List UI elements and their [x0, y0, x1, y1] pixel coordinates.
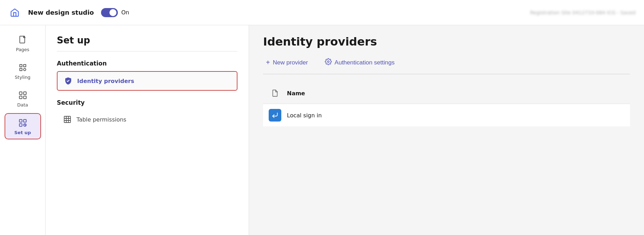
svg-rect-7: [19, 124, 22, 126]
svg-rect-2: [24, 92, 26, 95]
content-title: Identity providers: [263, 35, 630, 48]
sidebar-item-pages-label: Pages: [16, 47, 29, 52]
toggle-label: On: [121, 9, 129, 16]
svg-rect-4: [24, 96, 26, 99]
app-title: New design studio: [28, 9, 94, 16]
topbar: New design studio On Registration Site 0…: [0, 0, 644, 25]
table-header-icon: [269, 87, 281, 99]
shield-icon: [63, 76, 73, 86]
table-icon: [62, 115, 72, 124]
home-icon[interactable]: [8, 6, 21, 19]
gear-icon: [325, 58, 332, 67]
setup-panel: Set up Authentication Identity providers…: [46, 25, 249, 235]
sidebar-item-setup[interactable]: Set up: [5, 114, 40, 139]
sidebar-item-data[interactable]: Data: [5, 86, 40, 111]
table-row[interactable]: Local sign in: [263, 104, 630, 126]
svg-rect-5: [19, 119, 22, 122]
svg-rect-0: [20, 36, 25, 43]
action-bar: + New provider Authentication settings: [263, 57, 630, 74]
new-provider-button[interactable]: + New provider: [263, 57, 311, 68]
security-section-header: Security: [57, 99, 237, 106]
sidebar-item-data-label: Data: [17, 102, 28, 108]
sidebar-item-setup-label: Set up: [14, 130, 31, 135]
sidebar-item-styling[interactable]: Styling: [5, 58, 40, 83]
content-panel: Identity providers + New provider Authen…: [249, 25, 644, 235]
authentication-section-header: Authentication: [57, 60, 237, 67]
table-header: Name: [263, 83, 630, 104]
security-section: Security Table permissions: [57, 99, 237, 129]
design-studio-toggle[interactable]: [101, 8, 118, 17]
nav-item-identity-providers[interactable]: Identity providers: [57, 71, 237, 91]
authentication-settings-label: Authentication settings: [335, 59, 395, 66]
styling-icon: [17, 62, 28, 73]
nav-item-table-permissions[interactable]: Table permissions: [57, 110, 237, 129]
svg-rect-9: [64, 116, 71, 123]
pages-icon: [17, 34, 28, 46]
toggle-thumb: [109, 9, 116, 16]
setup-panel-title: Set up: [57, 35, 237, 51]
plus-icon: +: [266, 58, 270, 67]
sidebar-item-styling-label: Styling: [15, 75, 31, 80]
table-header-name: Name: [287, 90, 305, 97]
icon-sidebar: Pages Styling Da: [0, 25, 46, 235]
sidebar-item-pages[interactable]: Pages: [5, 31, 40, 56]
svg-rect-1: [19, 92, 22, 95]
main-area: Pages Styling Da: [0, 25, 644, 235]
new-provider-label: New provider: [273, 59, 308, 66]
local-sign-in-label: Local sign in: [287, 112, 322, 119]
authentication-settings-button[interactable]: Authentication settings: [322, 57, 397, 68]
toggle-wrapper: On: [101, 8, 129, 17]
data-icon: [17, 90, 28, 101]
status-text: Registration Site 0412733-084 ICG - Save…: [530, 10, 636, 15]
svg-rect-6: [24, 119, 26, 122]
nav-item-identity-providers-label: Identity providers: [77, 78, 134, 84]
svg-rect-3: [19, 96, 22, 99]
local-sign-in-icon: [269, 109, 281, 122]
nav-item-table-permissions-label: Table permissions: [76, 116, 126, 123]
svg-point-14: [327, 61, 329, 63]
setup-icon: [17, 117, 28, 129]
